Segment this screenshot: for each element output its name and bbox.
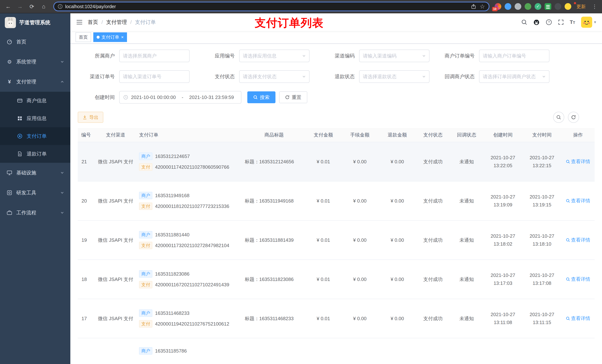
table-row[interactable]: 19 微信 JSAPI 支付 商户 1635311881440 支付 42000… bbox=[78, 220, 595, 260]
pay-status: 支付成功 bbox=[423, 198, 443, 204]
breadcrumb-payment[interactable]: 支付管理 bbox=[106, 19, 127, 26]
extension-dark-icon[interactable] bbox=[555, 3, 561, 10]
url-input[interactable] bbox=[65, 4, 469, 9]
pay-status-input[interactable] bbox=[243, 74, 300, 80]
sidebar-item-merchant-info[interactable]: 商户信息 bbox=[0, 92, 70, 110]
sidebar-toggle-icon[interactable] bbox=[76, 20, 83, 25]
sidebar-item-pay-order[interactable]: 支付订单 bbox=[0, 127, 70, 145]
search-icon[interactable] bbox=[521, 19, 527, 25]
channel-pay-no: 4200001173202110272847982104 bbox=[155, 243, 229, 248]
app-select-input[interactable] bbox=[243, 53, 300, 59]
table-row[interactable]: 17 微信 JSAPI 支付 商户 1635311468233 支付 42000… bbox=[78, 299, 595, 338]
font-size-icon[interactable]: TT bbox=[570, 19, 575, 25]
filter-row-3: 创建时间 2021-10-01 00:00:00 - 2021-10-31 23… bbox=[78, 91, 595, 104]
browser-back-icon[interactable]: ← bbox=[4, 2, 13, 11]
browser-home-icon[interactable]: ⌂ bbox=[39, 2, 48, 11]
refresh-table-button[interactable] bbox=[568, 112, 579, 123]
pay-amount: ¥ 0.01 bbox=[317, 159, 330, 165]
tab-pay-order[interactable]: 支付订单 × bbox=[93, 32, 127, 42]
date-end[interactable]: 2021-10-31 23:59:59 bbox=[189, 94, 234, 100]
help-icon[interactable]: ? bbox=[546, 19, 552, 25]
pay-status-select[interactable] bbox=[239, 70, 310, 83]
sidebar-item-refund-order[interactable]: 退款订单 bbox=[0, 145, 70, 163]
table-row[interactable]: 21 微信 JSAPI 支付 商户 1635312124657 支付 42000… bbox=[78, 142, 595, 181]
view-detail-link[interactable]: 查看详情 bbox=[566, 276, 590, 282]
notify-status-select[interactable] bbox=[479, 70, 549, 83]
site-info-icon[interactable] bbox=[58, 4, 63, 9]
sidebar-item-app-info[interactable]: 应用信息 bbox=[0, 110, 70, 127]
sidebar-item-infrastructure[interactable]: 基础设施 bbox=[0, 163, 70, 183]
pay-amount: ¥ 0.01 bbox=[317, 198, 330, 204]
sidebar-item-workflow[interactable]: 工作流程 bbox=[0, 203, 70, 223]
order-id: 18 bbox=[81, 277, 87, 282]
channel-order-no-field[interactable] bbox=[119, 70, 190, 83]
table-row[interactable]: 20 微信 JSAPI 支付 商户 1635311949168 支付 42000… bbox=[78, 181, 595, 220]
table-row[interactable]: 18 微信 JSAPI 支付 商户 1635311823086 支付 42000… bbox=[78, 260, 595, 299]
filter-row-2: 渠道订单号 支付状态 退款状态 bbox=[78, 70, 595, 83]
sidebar-item-home[interactable]: 首页 bbox=[0, 32, 70, 52]
browser-menu-icon[interactable]: ⋮ bbox=[591, 3, 598, 10]
show-search-toggle-button[interactable] bbox=[553, 112, 564, 123]
merchant-order-no-field[interactable] bbox=[479, 50, 549, 62]
fullscreen-icon[interactable] bbox=[558, 19, 564, 25]
extension-blue-icon[interactable] bbox=[505, 3, 511, 10]
app-logo[interactable]: 芋道管理系统 bbox=[0, 13, 70, 32]
svg-text:?: ? bbox=[548, 20, 550, 24]
notify-status-input[interactable] bbox=[483, 74, 540, 80]
grid-icon bbox=[17, 116, 23, 121]
date-start[interactable]: 2021-10-01 00:00:00 bbox=[131, 94, 176, 100]
app-select[interactable] bbox=[239, 50, 310, 62]
merchant-select-input[interactable] bbox=[123, 53, 186, 59]
browser-update-button[interactable]: 更新 bbox=[575, 3, 588, 10]
extension-emoji-icon[interactable] bbox=[565, 3, 571, 10]
channel-order-no-input[interactable] bbox=[123, 74, 186, 80]
view-detail-link[interactable]: 查看详情 bbox=[566, 237, 590, 243]
github-icon[interactable] bbox=[533, 19, 540, 26]
sidebar-item-system[interactable]: ⚙ 系统管理 bbox=[0, 52, 70, 72]
pay-tag: 支付 bbox=[139, 203, 152, 210]
table-header-row: 编号 支付渠道 支付订单 商品标题 支付金额 手续金额 退款金额 支付状态 回调… bbox=[78, 128, 595, 142]
view-detail-link[interactable]: 查看详情 bbox=[566, 158, 590, 165]
tab-home[interactable]: 首页 bbox=[75, 32, 91, 42]
search-button[interactable]: 搜索 bbox=[247, 91, 275, 103]
extension-gray-icon[interactable] bbox=[515, 3, 521, 10]
merchant-select[interactable] bbox=[119, 50, 190, 62]
address-bar[interactable]: ☆ bbox=[53, 2, 489, 11]
export-button[interactable]: 导出 bbox=[78, 112, 103, 123]
pay-tag: 支付 bbox=[139, 281, 152, 288]
channel-code-input[interactable] bbox=[363, 53, 420, 59]
filter-label: 渠道订单号 bbox=[78, 73, 119, 80]
orders-table: 编号 支付渠道 支付订单 商品标题 支付金额 手续金额 退款金额 支付状态 回调… bbox=[78, 128, 595, 364]
view-detail-link[interactable]: 查看详情 bbox=[566, 198, 590, 204]
extension-green-icon[interactable] bbox=[525, 3, 531, 10]
merchant-order-no-input[interactable] bbox=[483, 53, 546, 59]
merchant-order-no: 1635311468233 bbox=[155, 310, 189, 316]
fee-amount: ¥ 0.00 bbox=[353, 237, 366, 243]
refund-status-select[interactable] bbox=[359, 70, 430, 83]
sidebar-item-payment[interactable]: ¥ 支付管理 bbox=[0, 72, 70, 92]
vue-devtools-icon[interactable]: ✓ bbox=[535, 3, 541, 10]
extension-chat-icon[interactable] bbox=[545, 3, 551, 10]
extension-colorful-icon[interactable]: 10 bbox=[495, 3, 501, 10]
col-channel: 支付渠道 bbox=[94, 128, 137, 142]
merchant-tag: 商户 bbox=[139, 270, 152, 278]
breadcrumb-home[interactable]: 首页 bbox=[88, 19, 98, 26]
document-icon bbox=[17, 151, 23, 157]
chevron-up-icon bbox=[60, 80, 64, 83]
user-menu[interactable]: ▾ bbox=[581, 17, 596, 28]
browser-forward-icon[interactable]: → bbox=[16, 2, 24, 11]
order-id: 19 bbox=[81, 237, 87, 243]
channel-code-select[interactable] bbox=[359, 50, 430, 62]
close-tab-icon[interactable]: × bbox=[121, 35, 124, 39]
share-icon[interactable] bbox=[471, 4, 476, 9]
bookmark-star-icon[interactable]: ☆ bbox=[480, 3, 485, 10]
refund-amount: ¥ 0.00 bbox=[391, 277, 404, 282]
pay-channel: 微信 JSAPI 支付 bbox=[98, 198, 133, 204]
reset-button[interactable]: 重置 bbox=[279, 91, 307, 103]
fee-amount: ¥ 0.00 bbox=[353, 277, 366, 282]
view-detail-link[interactable]: 查看详情 bbox=[566, 315, 590, 322]
sidebar-item-devtools[interactable]: 研发工具 bbox=[0, 183, 70, 203]
browser-reload-icon[interactable]: ⟳ bbox=[27, 2, 36, 11]
refund-status-input[interactable] bbox=[363, 74, 420, 80]
create-time-range-picker[interactable]: 2021-10-01 00:00:00 - 2021-10-31 23:59:5… bbox=[119, 91, 241, 104]
